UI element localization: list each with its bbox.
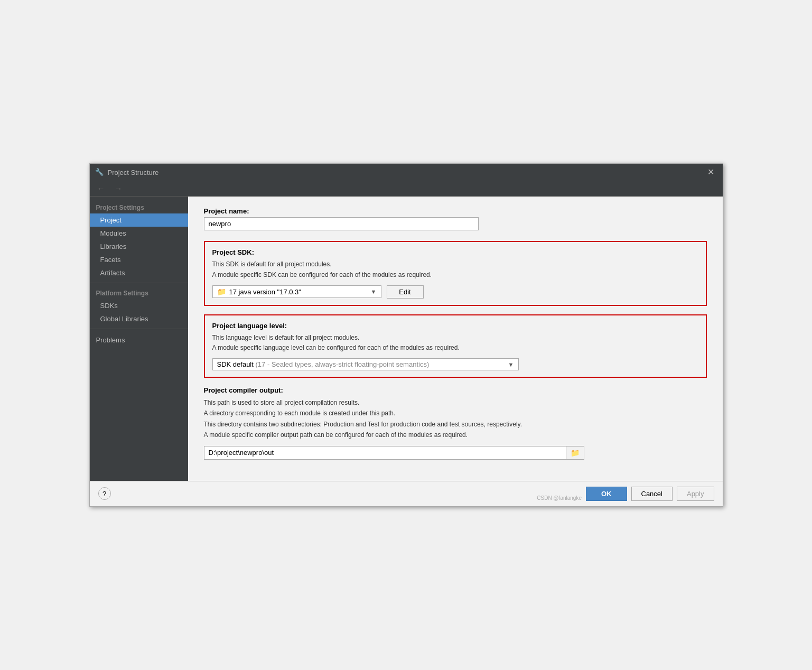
bottom-bar: ? CSDN @fanlangke OK Cancel Apply <box>90 481 723 506</box>
sidebar-item-global-libraries[interactable]: Global Libraries <box>90 312 188 325</box>
cancel-button[interactable]: Cancel <box>631 487 673 501</box>
output-path-row: 📁 <box>204 446 584 460</box>
language-dropdown[interactable]: SDK default (17 - Sealed types, always-s… <box>212 358 519 370</box>
sidebar-item-libraries[interactable]: Libraries <box>90 240 188 253</box>
chevron-down-icon: ▼ <box>371 289 377 295</box>
sidebar-item-artifacts[interactable]: Artifacts <box>90 266 188 280</box>
language-desc: This language level is default for all p… <box>212 333 698 353</box>
bottom-right: CSDN @fanlangke OK Cancel Apply <box>537 487 714 501</box>
sdk-desc-1: This SDK is default for all project modu… <box>212 259 698 280</box>
back-button[interactable]: ← <box>94 183 108 194</box>
sidebar: Project Settings Project Modules Librari… <box>90 197 188 480</box>
sdk-section-title: Project SDK: <box>212 248 698 256</box>
project-settings-group-label: Project Settings <box>90 201 188 213</box>
language-section: Project language level: This language le… <box>204 314 707 378</box>
folder-icon: 📁 <box>217 287 226 296</box>
platform-settings-group-label: Platform Settings <box>90 286 188 299</box>
sidebar-item-modules[interactable]: Modules <box>90 227 188 240</box>
sdk-dropdown[interactable]: 📁 17 java version "17.0.3" ▼ <box>212 285 381 298</box>
compiler-section: Project compiler output: This path is us… <box>204 386 707 460</box>
close-button[interactable]: ✕ <box>704 167 717 178</box>
edit-sdk-button[interactable]: Edit <box>387 285 424 299</box>
compiler-desc: This path is used to store all project c… <box>204 397 707 441</box>
ok-button[interactable]: OK <box>586 487 627 501</box>
project-name-input[interactable] <box>204 217 479 230</box>
watermark: CSDN @fanlangke <box>537 495 582 501</box>
sidebar-item-sdks[interactable]: SDKs <box>90 299 188 312</box>
sdk-select-value: 17 java version "17.0.3" <box>229 288 368 296</box>
dialog-title: Project Structure <box>108 169 700 176</box>
sdk-row: 📁 17 java version "17.0.3" ▼ Edit <box>212 285 698 299</box>
help-button[interactable]: ? <box>98 487 111 500</box>
sdk-section: Project SDK: This SDK is default for all… <box>204 241 707 305</box>
chevron-down-icon-lang: ▼ <box>508 361 514 368</box>
toolbar: ← → <box>90 181 723 197</box>
browse-button[interactable]: 📁 <box>566 446 584 459</box>
forward-button[interactable]: → <box>111 183 126 194</box>
sidebar-item-facets[interactable]: Facets <box>90 253 188 266</box>
lang-select-value: SDK default (17 - Sealed types, always-s… <box>217 360 508 368</box>
main-panel: Project name: Project SDK: This SDK is d… <box>188 197 723 480</box>
compiler-section-title: Project compiler output: <box>204 386 707 394</box>
content-area: Project Settings Project Modules Librari… <box>90 197 723 480</box>
project-structure-dialog: 🔧 Project Structure ✕ ← → Project Settin… <box>89 163 723 506</box>
sidebar-divider-2 <box>90 329 188 329</box>
language-section-title: Project language level: <box>212 322 698 330</box>
output-path-input[interactable] <box>204 446 566 459</box>
sidebar-divider <box>90 283 188 283</box>
project-name-group: Project name: <box>204 207 707 230</box>
app-icon: 🔧 <box>95 168 104 176</box>
project-name-label: Project name: <box>204 207 707 215</box>
apply-button[interactable]: Apply <box>677 487 714 501</box>
sidebar-item-problems[interactable]: Problems <box>90 333 188 347</box>
sidebar-item-project[interactable]: Project <box>90 213 188 227</box>
title-bar: 🔧 Project Structure ✕ <box>90 164 723 181</box>
